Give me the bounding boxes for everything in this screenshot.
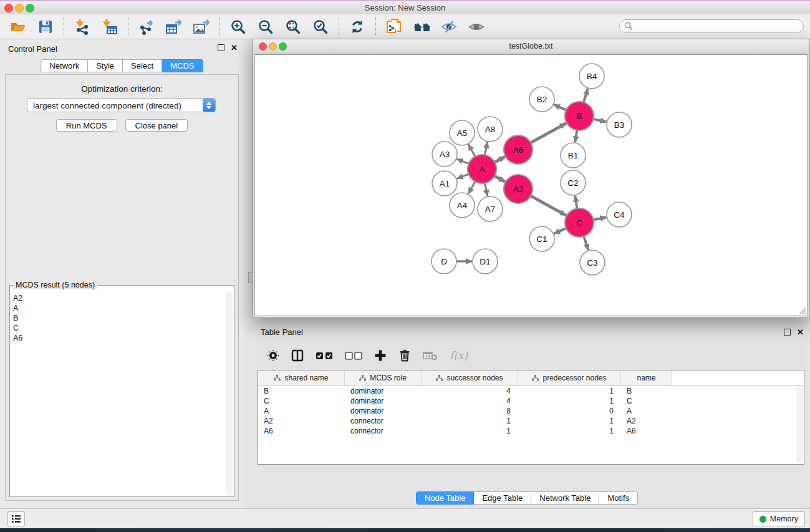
optimization-criterion-dropdown[interactable]: largest connected component (directed) (27, 98, 216, 112)
save-floppy-icon[interactable] (37, 18, 54, 36)
table-row[interactable]: Cdominator41C (258, 396, 804, 406)
column-header-shared-name[interactable]: shared name (258, 370, 345, 385)
table-row[interactable]: A6connector11A6 (258, 426, 804, 436)
graph-node-label: D1 (480, 257, 490, 266)
edge-A6-B (531, 123, 566, 143)
zoom-in-icon[interactable] (229, 18, 247, 36)
table-toolbar: f(x) (258, 342, 804, 369)
table-scrollbar[interactable] (797, 386, 803, 463)
edge-A-A7 (485, 183, 488, 196)
close-panel-icon[interactable]: ✕ (797, 329, 804, 336)
show-eye-icon[interactable] (468, 18, 485, 36)
edge-A-A4 (468, 181, 475, 193)
table-settings-gear-icon[interactable] (267, 349, 279, 362)
tab-network[interactable]: Network (41, 59, 88, 72)
table-row[interactable]: A2connector11A2 (258, 416, 804, 426)
float-panel-icon[interactable] (784, 329, 791, 336)
add-column-plus-icon[interactable] (374, 349, 387, 362)
edge-B-B1 (575, 130, 577, 143)
close-panel-button[interactable]: Close panel (125, 119, 188, 132)
edge-A-A2 (494, 176, 505, 181)
run-mcds-button[interactable]: Run MCDS (56, 119, 117, 132)
refresh-icon[interactable] (349, 18, 366, 36)
mcds-panel-body: Optimization criterion: largest connecte… (5, 74, 239, 501)
dropdown-stepper-icon (203, 99, 215, 112)
network-canvas[interactable]: B4B2BB3A5A8A6B1A3AA1C2A2A4A7C4CC1DD1C3 (254, 54, 808, 316)
table-cell: B (258, 386, 345, 396)
table-cell: 1 (518, 416, 621, 426)
tab-select[interactable]: Select (123, 59, 162, 72)
network-window-title: testGlobe.txt (253, 42, 809, 51)
column-header-name[interactable]: name (621, 370, 672, 385)
memory-button[interactable]: Memory (753, 511, 805, 526)
result-item[interactable]: B (13, 313, 225, 323)
home-pair-icon[interactable] (413, 18, 430, 36)
result-item[interactable]: C (13, 323, 225, 333)
graph-node-label: A4 (457, 201, 468, 210)
export-image-icon[interactable] (193, 18, 210, 36)
tab-edge-table[interactable]: Edge Table (474, 491, 531, 505)
split-columns-icon[interactable] (291, 349, 304, 362)
table-cell: 8 (422, 406, 518, 416)
table-cell: 0 (518, 406, 621, 416)
tab-style[interactable]: Style (88, 59, 123, 72)
result-item[interactable]: A2 (13, 293, 225, 303)
new-network-document-icon[interactable] (385, 18, 403, 36)
float-panel-icon[interactable] (218, 44, 224, 51)
edge-B-B4 (584, 89, 588, 102)
import-network-icon[interactable] (74, 18, 91, 36)
mcds-result-list: A2ABCA6 (11, 293, 225, 495)
result-scrollbar[interactable] (226, 292, 233, 495)
table-cell: B (621, 386, 672, 396)
edge-C-C2 (575, 196, 577, 209)
node-table: shared nameMCDS rolesuccessor nodesprede… (258, 370, 804, 465)
column-header-MCDS-role[interactable]: MCDS role (345, 370, 422, 385)
column-header-successor-nodes[interactable]: successor nodes (422, 370, 518, 385)
table-cell: 1 (422, 426, 518, 436)
table-row[interactable]: Bdominator41B (258, 386, 804, 396)
network-view-window: testGlobe.txt B4B2BB3A5A8A6B1A3AA1C2A2A4… (253, 39, 809, 318)
zoom-out-icon[interactable] (257, 18, 274, 36)
delete-trash-icon[interactable] (398, 349, 411, 362)
edge-A-A5 (468, 144, 475, 156)
table-row[interactable]: Adominator80A (258, 406, 804, 416)
function-builder-icon-disabled: f(x) (450, 349, 468, 362)
network-window-titlebar[interactable]: testGlobe.txt (253, 39, 809, 54)
table-cell: A (258, 406, 345, 416)
window-resize-grip[interactable] (797, 306, 806, 315)
import-table-icon[interactable] (101, 18, 118, 36)
search-field (619, 19, 804, 33)
tab-node-table[interactable]: Node Table (416, 491, 475, 505)
graph-node-label: A3 (440, 150, 450, 159)
result-item[interactable]: A6 (13, 333, 225, 343)
export-table-icon[interactable] (165, 18, 183, 36)
list-icon (11, 515, 21, 523)
tab-motifs[interactable]: Motifs (599, 491, 638, 505)
hide-eye-slash-icon[interactable] (440, 18, 458, 36)
select-all-checkboxes-icon[interactable] (316, 351, 333, 360)
tab-network-table[interactable]: Network Table (531, 491, 599, 505)
edge-A-A1 (457, 174, 469, 178)
table-panel: Table Panel ✕ (244, 324, 810, 508)
task-history-button[interactable] (7, 511, 25, 526)
control-panel: Control Panel ✕ NetworkStyleSelectMCDS O… (0, 39, 244, 508)
result-item[interactable]: A (13, 303, 225, 313)
control-panel-tabs: NetworkStyleSelectMCDS (0, 59, 244, 72)
deselect-all-checkboxes-icon[interactable] (345, 351, 362, 360)
search-input[interactable] (619, 19, 804, 33)
tab-mcds[interactable]: MCDS (162, 59, 203, 72)
open-folder-icon[interactable] (9, 18, 27, 36)
close-panel-icon[interactable]: ✕ (231, 44, 238, 51)
table-panel-title: Table Panel (261, 327, 303, 337)
table-cell: dominator (345, 396, 422, 406)
edge-B-B3 (593, 119, 606, 122)
table-cell: 1 (518, 396, 621, 406)
zoom-selected-icon[interactable] (312, 18, 329, 36)
edge-A-A8 (485, 142, 488, 155)
table-cell: 4 (422, 396, 518, 406)
table-cell: A6 (621, 426, 672, 436)
column-header-predecessor-nodes[interactable]: predecessor nodes (518, 370, 621, 385)
export-network-icon[interactable] (138, 18, 155, 36)
zoom-fit-icon[interactable] (284, 18, 302, 36)
edge-C-C3 (584, 236, 588, 250)
